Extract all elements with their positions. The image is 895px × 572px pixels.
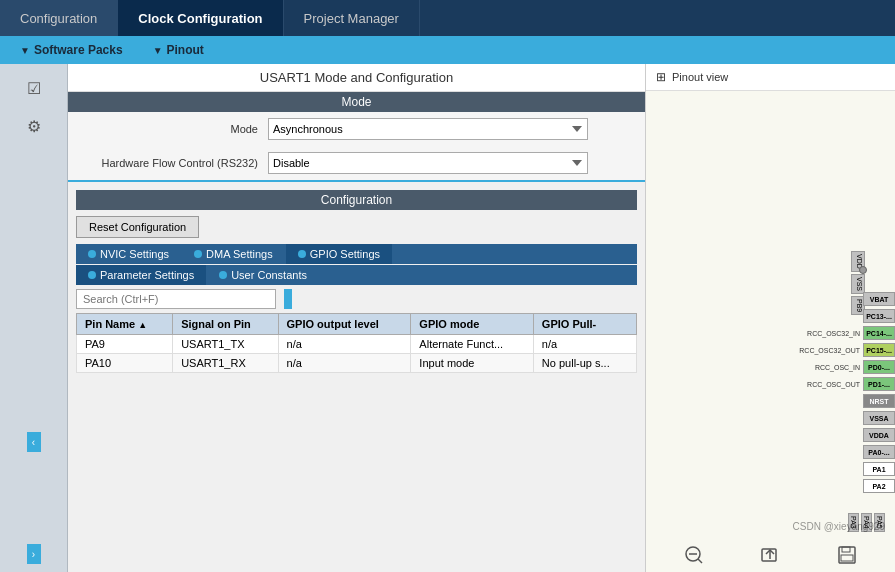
pin-box-pc13: PC13-... — [863, 309, 895, 323]
cell-gpio-pull: n/a — [533, 335, 636, 354]
pinout-icon: ⊞ — [656, 70, 666, 84]
dot-icon — [298, 250, 306, 258]
pin-box-nrst: NRST — [863, 394, 895, 408]
hw-flow-form-row: Hardware Flow Control (RS232) Disable — [68, 146, 645, 180]
export-button[interactable] — [760, 545, 780, 565]
checkbox-icon[interactable]: ☑ — [18, 72, 50, 104]
pin-box-pa1: PA1 — [863, 462, 895, 476]
mode-form-row: Mode Asynchronous — [68, 112, 645, 146]
software-packs-nav[interactable]: ▼ Software Packs — [20, 43, 123, 57]
pin-row-vssa: VSSA — [773, 410, 895, 426]
col-header-signal: Signal on Pin — [173, 314, 278, 335]
col-header-gpio-pull: GPIO Pull- — [533, 314, 636, 335]
tab-user-constants[interactable]: User Constants — [207, 265, 319, 285]
collapse-left-button[interactable]: ‹ — [27, 432, 41, 452]
search-input[interactable] — [76, 289, 276, 309]
cell-pin-name: PA10 — [77, 354, 173, 373]
mode-select[interactable]: Asynchronous — [268, 118, 588, 140]
table-container: Pin Name ▲ Signal on Pin GPIO output lev… — [76, 313, 637, 373]
pin-box-pc15: PC15-... — [863, 343, 895, 357]
hw-flow-select[interactable]: Disable — [268, 152, 588, 174]
reset-configuration-button[interactable]: Reset Configuration — [76, 216, 199, 238]
cell-signal: USART1_RX — [173, 354, 278, 373]
pin-box-vdda: VDDA — [863, 428, 895, 442]
pin-box-pa0: PA0-... — [863, 445, 895, 459]
mode-label: Mode — [88, 123, 258, 135]
chevron-down-icon: ▼ — [153, 45, 163, 56]
left-sidebar: ☑ ⚙ ‹ › — [0, 64, 68, 572]
pinout-header: ⊞ Pinout view — [646, 64, 895, 91]
col-header-pin-name: Pin Name ▲ — [77, 314, 173, 335]
search-bar — [76, 285, 637, 313]
tab-parameter-settings[interactable]: Parameter Settings — [76, 265, 206, 285]
pin-row-vbat: VBAT — [773, 291, 895, 307]
secondary-navigation: ▼ Software Packs ▼ Pinout — [0, 36, 895, 64]
chevron-down-icon: ▼ — [20, 45, 30, 56]
pin-box-vbat: VBAT — [863, 292, 895, 306]
top-navigation: Configuration Clock Configuration Projec… — [0, 0, 895, 36]
tab-dma-settings[interactable]: DMA Settings — [182, 244, 285, 264]
center-panel: USART1 Mode and Configuration Mode Mode … — [68, 64, 645, 572]
table-row: PA9 USART1_TX n/a Alternate Funct... n/a — [77, 335, 637, 354]
col-header-gpio-out: GPIO output level — [278, 314, 411, 335]
nav-clock-configuration[interactable]: Clock Configuration — [118, 0, 283, 36]
tab-gpio-settings[interactable]: GPIO Settings — [286, 244, 392, 264]
pin-circle — [859, 266, 867, 274]
pin-row-nrst: NRST — [773, 393, 895, 409]
pin-box-vssa: VSSA — [863, 411, 895, 425]
save-button[interactable] — [837, 545, 857, 565]
pin-row-pa2: PA2 — [773, 478, 895, 494]
main-content: ☑ ⚙ ‹ › USART1 Mode and Configuration Mo… — [0, 64, 895, 572]
cell-gpio-pull: No pull-up s... — [533, 354, 636, 373]
usart-panel: USART1 Mode and Configuration Mode Mode … — [68, 64, 645, 182]
pin-row-pd0: RCC_OSC_IN PD0-... — [773, 359, 895, 375]
zoom-out-button[interactable] — [684, 545, 704, 565]
gpio-table: Pin Name ▲ Signal on Pin GPIO output lev… — [76, 313, 637, 373]
cell-signal: USART1_TX — [173, 335, 278, 354]
pin-rows: VBAT PC13-... RCC_OSC32_IN PC14-... RCC_… — [773, 291, 895, 494]
watermark: CSDN @xieyang929 — [793, 521, 885, 532]
gear-icon[interactable]: ⚙ — [18, 110, 50, 142]
pin-row-vdda: VDDA — [773, 427, 895, 443]
sort-icon: ▲ — [138, 320, 147, 330]
pin-row-pa1: PA1 — [773, 461, 895, 477]
pin-box-pd0: PD0-... — [863, 360, 895, 374]
cell-pin-name: PA9 — [77, 335, 173, 354]
table-row: PA10 USART1_RX n/a Input mode No pull-up… — [77, 354, 637, 373]
nav-project-manager[interactable]: Project Manager — [284, 0, 420, 36]
pin-row-pa0: PA0-... — [773, 444, 895, 460]
expand-right-button[interactable]: › — [27, 544, 41, 564]
nav-configuration[interactable]: Configuration — [0, 0, 118, 36]
svg-rect-7 — [841, 555, 853, 561]
tabs-row-2: Parameter Settings User Constants — [76, 265, 637, 285]
pin-row-pd1: RCC_OSC_OUT PD1-... — [773, 376, 895, 392]
pinout-view: VDD VSS PB9 VBAT PC13-... RCC_OSC32_IN — [646, 91, 895, 572]
pin-row-pc13: PC13-... — [773, 308, 895, 324]
pin-box-pd1: PD1-... — [863, 377, 895, 391]
col-header-gpio-mode: GPIO mode — [411, 314, 533, 335]
pin-box-pc14: PC14-... — [863, 326, 895, 340]
cell-gpio-mode: Input mode — [411, 354, 533, 373]
dot-icon — [88, 250, 96, 258]
right-panel: ⊞ Pinout view VDD VSS PB9 VBAT PC13-.. — [645, 64, 895, 572]
dot-icon — [194, 250, 202, 258]
cell-gpio-mode: Alternate Funct... — [411, 335, 533, 354]
tabs-row-1: NVIC Settings DMA Settings GPIO Settings — [76, 244, 637, 264]
cell-gpio-out: n/a — [278, 335, 411, 354]
configuration-section: Configuration Reset Configuration NVIC S… — [68, 182, 645, 572]
svg-line-2 — [698, 559, 702, 563]
pinout-nav[interactable]: ▼ Pinout — [153, 43, 204, 57]
cell-gpio-out: n/a — [278, 354, 411, 373]
hw-flow-label: Hardware Flow Control (RS232) — [88, 157, 258, 169]
bottom-actions — [646, 543, 895, 567]
mode-section-header: Mode — [68, 92, 645, 112]
usart-title: USART1 Mode and Configuration — [68, 64, 645, 92]
config-header: Configuration — [76, 190, 637, 210]
dot-icon — [219, 271, 227, 279]
pin-row-pc14: RCC_OSC32_IN PC14-... — [773, 325, 895, 341]
pin-box-pa2: PA2 — [863, 479, 895, 493]
pin-row-pc15: RCC_OSC32_OUT PC15-... — [773, 342, 895, 358]
tab-nvic-settings[interactable]: NVIC Settings — [76, 244, 181, 264]
dot-icon — [88, 271, 96, 279]
scroll-indicator — [284, 289, 292, 309]
